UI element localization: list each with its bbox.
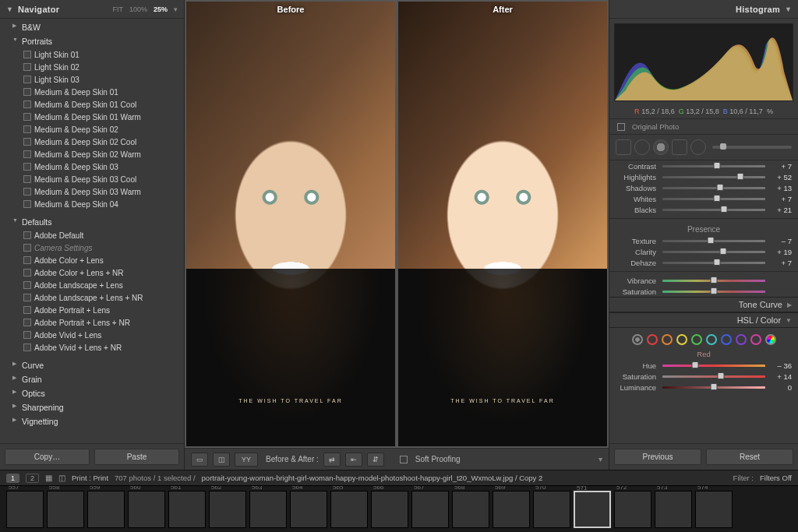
preset-item[interactable]: Medium & Deep Skin 02 Warm	[0, 148, 184, 160]
soft-proofing-checkbox[interactable]	[400, 456, 408, 463]
slider-thumb[interactable]	[713, 162, 720, 169]
hsl-header[interactable]: HSL / Color ▼	[609, 312, 798, 328]
zoom-fit[interactable]: FIT	[112, 5, 123, 13]
filmstrip-thumb[interactable]: 561	[168, 491, 206, 528]
hsl-all-icon[interactable]	[765, 334, 776, 345]
slider-vibrance[interactable]: Vibrance	[609, 275, 798, 286]
slider-thumb[interactable]	[713, 259, 720, 266]
preset-group-defaults[interactable]: Defaults	[0, 215, 184, 229]
slider-track[interactable]	[662, 187, 765, 189]
preset-item[interactable]: Medium & Deep Skin 03 Warm	[0, 185, 184, 198]
preset-group[interactable]: Optics	[0, 386, 184, 400]
original-photo-row[interactable]: Original Photo	[609, 118, 798, 134]
paste-button[interactable]: Paste	[94, 449, 179, 465]
reset-button[interactable]: Reset	[706, 449, 793, 465]
preset-item[interactable]: Adobe Color + Lens + NR	[0, 266, 184, 279]
original-photo-checkbox[interactable]	[617, 123, 625, 131]
compare-view-icon[interactable]: ◫	[213, 453, 230, 467]
preset-item[interactable]: Medium & Deep Skin 01 Warm	[0, 111, 184, 123]
radial-tool-icon[interactable]	[690, 139, 706, 155]
preset-item[interactable]: Light Skin 03	[0, 73, 184, 86]
histogram-header[interactable]: Histogram ▼	[609, 0, 798, 19]
compare-view[interactable]: Before After	[185, 0, 609, 448]
zoom-25[interactable]: 25%	[154, 5, 168, 13]
preset-list[interactable]: B&W Portraits Light Skin 01Light Skin 02…	[0, 19, 184, 443]
grid-view-icon[interactable]: YY	[235, 453, 258, 467]
loupe-view-icon[interactable]: ▭	[191, 453, 208, 467]
preset-item[interactable]: Medium & Deep Skin 03	[0, 160, 184, 173]
filmstrip-thumb[interactable]: 563	[249, 491, 287, 528]
preset-item[interactable]: Adobe Portrait + Lens + NR	[0, 316, 184, 329]
filmstrip-thumb[interactable]: 562	[209, 491, 246, 528]
preset-item[interactable]: Medium & Deep Skin 04	[0, 198, 184, 210]
slider-thumb[interactable]	[692, 361, 699, 368]
filter-value[interactable]: Filters Off	[760, 474, 792, 482]
preset-item[interactable]: Light Skin 02	[0, 61, 184, 73]
copy-settings-icon[interactable]: ⇵	[367, 453, 384, 467]
slider-clarity[interactable]: Clarity + 19	[609, 246, 798, 257]
swap-icon[interactable]: ⇄	[323, 453, 341, 467]
slider-track[interactable]	[662, 165, 765, 167]
zoom-levels[interactable]: FIT 100% 25% ▾	[112, 5, 178, 13]
slider-blacks[interactable]: Blacks + 21	[609, 204, 798, 215]
preset-item[interactable]: Medium & Deep Skin 03 Cool	[0, 173, 184, 185]
slider-thumb[interactable]	[708, 237, 715, 244]
preset-item[interactable]: Adobe Portrait + Lens	[0, 304, 184, 316]
preset-item[interactable]: Light Skin 01	[0, 48, 184, 61]
preset-item[interactable]: Medium & Deep Skin 02	[0, 123, 184, 136]
hsl-yellow[interactable]	[676, 334, 687, 345]
slider-thumb[interactable]	[711, 287, 718, 294]
slider-thumb[interactable]	[721, 206, 728, 213]
slider-texture[interactable]: Texture – 7	[609, 235, 798, 246]
slider-thumb[interactable]	[716, 184, 723, 191]
hsl-magenta[interactable]	[750, 334, 761, 345]
slider-track[interactable]	[662, 209, 765, 211]
page-1[interactable]: 1	[6, 474, 19, 483]
slider-highlights[interactable]: Highlights + 52	[609, 171, 798, 182]
preset-group-bw[interactable]: B&W	[0, 20, 184, 34]
filmstrip-thumb[interactable]: 571	[574, 491, 611, 528]
grid-icon[interactable]: ▦	[45, 474, 52, 482]
module-label[interactable]: Print : Print	[72, 474, 108, 482]
slider-thumb[interactable]	[713, 195, 720, 202]
hsl-red[interactable]	[647, 334, 658, 345]
hsl-blue[interactable]	[721, 334, 732, 345]
filmstrip-thumb[interactable]: 570	[533, 491, 570, 528]
slider-track[interactable]	[662, 262, 765, 264]
page-2[interactable]: 2	[26, 474, 39, 483]
compare-icon[interactable]: ◫	[58, 474, 65, 482]
slider-track[interactable]	[662, 386, 765, 389]
filmstrip-thumb[interactable]: 572	[614, 491, 651, 528]
filmstrip-thumb[interactable]: 573	[655, 491, 692, 528]
spot-tool-icon[interactable]	[634, 139, 650, 155]
mask-slider[interactable]	[712, 146, 792, 149]
redeye-tool-icon[interactable]	[653, 139, 669, 155]
filmstrip-thumb[interactable]: 557	[6, 491, 44, 528]
preset-item[interactable]: Adobe Landscape + Lens	[0, 279, 184, 291]
filmstrip-thumb[interactable]: 560	[128, 491, 165, 528]
after-image[interactable]: After	[398, 2, 607, 446]
preset-group-portraits[interactable]: Portraits	[0, 34, 184, 48]
slider-track[interactable]	[662, 365, 765, 367]
filmstrip-thumb[interactable]: 564	[290, 491, 327, 528]
slider-track[interactable]	[662, 240, 765, 242]
preset-group[interactable]: Sharpening	[0, 400, 184, 414]
preset-group[interactable]: Vignetting	[0, 414, 184, 428]
slider-thumb[interactable]	[711, 383, 718, 390]
slider-track[interactable]	[662, 198, 765, 200]
hsl-aqua[interactable]	[706, 334, 717, 345]
previous-button[interactable]: Previous	[614, 449, 701, 465]
slider-thumb[interactable]	[719, 248, 726, 255]
slider-hue[interactable]: Hue – 36	[609, 360, 798, 371]
filmstrip-thumb[interactable]: 568	[452, 491, 489, 528]
slider-track[interactable]	[662, 280, 765, 282]
slider-contrast[interactable]: Contrast + 7	[609, 160, 798, 171]
copy-left-icon[interactable]: ⇤	[345, 453, 362, 467]
slider-shadows[interactable]: Shadows + 13	[609, 182, 798, 193]
slider-track[interactable]	[662, 291, 765, 293]
hsl-orange[interactable]	[662, 334, 673, 345]
before-image[interactable]: Before	[186, 2, 395, 446]
hsl-green[interactable]	[691, 334, 702, 345]
target-adjust-icon[interactable]	[632, 334, 643, 345]
preset-item[interactable]: Camera Settings	[0, 241, 184, 254]
